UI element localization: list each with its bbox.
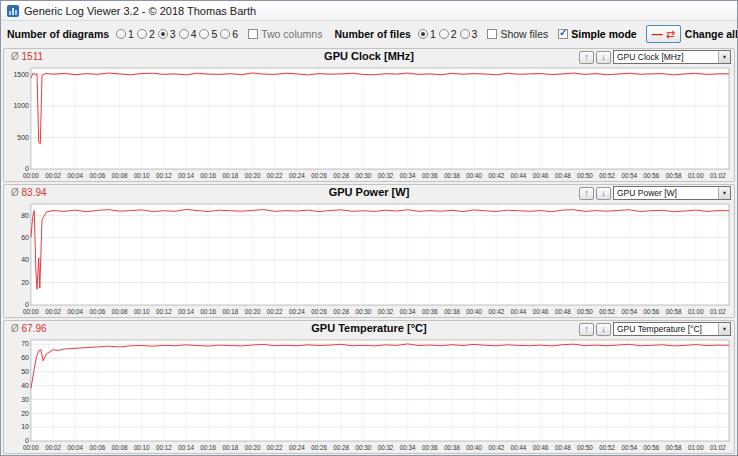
show-files-checkbox[interactable]: ✓ Show files — [487, 28, 548, 40]
svg-text:00:12: 00:12 — [156, 444, 172, 451]
down-arrow-icon: ↓ — [601, 324, 606, 334]
svg-text:00:14: 00:14 — [178, 444, 194, 451]
svg-text:00:46: 00:46 — [533, 444, 549, 451]
swap-arrows-icon: ⇄ — [666, 29, 675, 40]
metric-down-button[interactable]: ↓ — [596, 323, 611, 336]
radio-icon — [199, 29, 209, 39]
svg-text:01:02: 01:02 — [710, 444, 726, 451]
radio-label: 5 — [211, 28, 217, 40]
svg-text:00:54: 00:54 — [621, 444, 637, 451]
svg-text:00:38: 00:38 — [444, 444, 460, 451]
svg-text:20: 20 — [21, 279, 29, 286]
svg-text:00:30: 00:30 — [356, 172, 372, 179]
metric-dropdown-value: GPU Temperature [°C] — [614, 324, 718, 334]
svg-text:80: 80 — [21, 212, 29, 219]
svg-text:00:16: 00:16 — [200, 172, 216, 179]
two-columns-checkbox[interactable]: ✓ Two columns — [248, 28, 322, 40]
svg-text:00:52: 00:52 — [599, 172, 615, 179]
svg-text:00:34: 00:34 — [400, 172, 416, 179]
svg-text:40: 40 — [21, 256, 29, 263]
svg-text:00:34: 00:34 — [400, 308, 416, 315]
radio-icon — [137, 29, 147, 39]
svg-text:00:32: 00:32 — [378, 308, 394, 315]
svg-text:00:52: 00:52 — [599, 308, 615, 315]
radio-label: 2 — [451, 28, 457, 40]
radio-label: 3 — [472, 28, 478, 40]
svg-text:00:58: 00:58 — [666, 444, 682, 451]
svg-text:00:32: 00:32 — [378, 172, 394, 179]
svg-text:40: 40 — [21, 382, 29, 389]
svg-text:00:46: 00:46 — [533, 172, 549, 179]
metric-dropdown[interactable]: GPU Power [W] ▼ — [613, 186, 731, 200]
radio-label: 1 — [128, 28, 134, 40]
radio-icon — [179, 29, 189, 39]
diagram-count-radio-2[interactable]: 2 — [137, 28, 155, 40]
svg-text:20: 20 — [21, 410, 29, 417]
svg-text:01:00: 01:00 — [688, 444, 704, 451]
chart-panel-gpu-clock: Ø 1511 GPU Clock [MHz] ↑ ↓ GPU Clock [MH… — [3, 48, 735, 182]
svg-text:00:26: 00:26 — [311, 444, 327, 451]
diagram-count-radio-1[interactable]: 1 — [116, 28, 134, 40]
svg-text:00:44: 00:44 — [511, 172, 527, 179]
svg-text:00:42: 00:42 — [488, 308, 504, 315]
svg-text:50: 50 — [21, 368, 29, 375]
check-icon: ✓ — [559, 28, 567, 38]
svg-text:1500: 1500 — [13, 71, 29, 78]
metric-down-button[interactable]: ↓ — [596, 187, 611, 200]
svg-text:00:04: 00:04 — [67, 172, 83, 179]
chart-plot: 00:0000:0200:0400:0600:0800:1000:1200:14… — [4, 65, 734, 181]
app-window: Generic Log Viewer 3.2 - © 2018 Thomas B… — [0, 0, 738, 456]
svg-text:00:28: 00:28 — [333, 444, 349, 451]
svg-text:00:22: 00:22 — [267, 308, 283, 315]
file-count-radio-3[interactable]: 3 — [460, 28, 478, 40]
window-title: Generic Log Viewer 3.2 - © 2018 Thomas B… — [24, 5, 256, 17]
line-style-swap-button[interactable]: — ⇄ — [646, 25, 681, 43]
svg-text:70: 70 — [21, 340, 29, 347]
chart-panel-gpu-temperature: Ø 67.96 GPU Temperature [°C] ↑ ↓ GPU Tem… — [3, 320, 735, 454]
metric-up-button[interactable]: ↑ — [579, 187, 594, 200]
chart-plot: 00:0000:0200:0400:0600:0800:1000:1200:14… — [4, 201, 734, 317]
svg-text:00:00: 00:00 — [23, 308, 39, 315]
svg-text:00:16: 00:16 — [200, 444, 216, 451]
metric-down-button[interactable]: ↓ — [596, 51, 611, 64]
svg-text:00:04: 00:04 — [67, 308, 83, 315]
plot-area — [31, 68, 729, 169]
svg-text:00:56: 00:56 — [644, 444, 660, 451]
svg-text:00:58: 00:58 — [666, 308, 682, 315]
svg-text:00:20: 00:20 — [245, 308, 261, 315]
chart-header: Ø 83.94 GPU Power [W] ↑ ↓ GPU Power [W] … — [4, 185, 734, 201]
svg-text:01:02: 01:02 — [710, 172, 726, 179]
files-label: Number of files — [334, 28, 410, 40]
toolbar: Number of diagrams 123456 ✓ Two columns … — [1, 21, 737, 47]
radio-icon — [116, 29, 126, 39]
radio-icon — [418, 29, 428, 39]
metric-dropdown[interactable]: GPU Clock [MHz] ▼ — [613, 50, 731, 64]
svg-text:00:36: 00:36 — [422, 444, 438, 451]
diagram-count-radio-3[interactable]: 3 — [158, 28, 176, 40]
simple-mode-checkbox[interactable]: ✓ Simple mode — [558, 28, 636, 40]
metric-dropdown[interactable]: GPU Temperature [°C] ▼ — [613, 322, 731, 336]
svg-text:00:10: 00:10 — [134, 444, 150, 451]
chart-header: Ø 1511 GPU Clock [MHz] ↑ ↓ GPU Clock [MH… — [4, 49, 734, 65]
svg-text:00:36: 00:36 — [422, 308, 438, 315]
svg-text:00:44: 00:44 — [511, 444, 527, 451]
svg-text:00:38: 00:38 — [444, 308, 460, 315]
diagram-count-radio-group: 123456 — [113, 28, 238, 41]
show-files-label: Show files — [500, 28, 548, 40]
svg-text:01:00: 01:00 — [688, 308, 704, 315]
radio-label: 6 — [232, 28, 238, 40]
chart-controls: ↑ ↓ GPU Clock [MHz] ▼ — [579, 50, 731, 64]
diagram-count-radio-6[interactable]: 6 — [220, 28, 238, 40]
svg-text:00:28: 00:28 — [333, 308, 349, 315]
plot-area — [31, 340, 729, 441]
diagram-count-radio-4[interactable]: 4 — [179, 28, 197, 40]
svg-text:00:26: 00:26 — [311, 172, 327, 179]
file-count-radio-1[interactable]: 1 — [418, 28, 436, 40]
file-count-radio-2[interactable]: 2 — [439, 28, 457, 40]
diagram-count-radio-5[interactable]: 5 — [199, 28, 217, 40]
svg-text:00:34: 00:34 — [400, 444, 416, 451]
svg-text:00:02: 00:02 — [45, 172, 61, 179]
metric-up-button[interactable]: ↑ — [579, 51, 594, 64]
svg-text:00:12: 00:12 — [156, 308, 172, 315]
metric-up-button[interactable]: ↑ — [579, 323, 594, 336]
